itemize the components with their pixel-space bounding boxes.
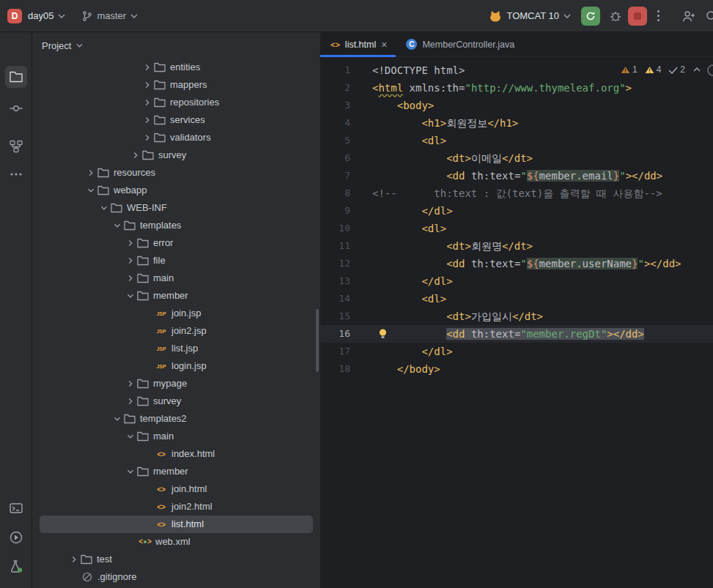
tree-row-survey[interactable]: survey bbox=[40, 146, 313, 164]
stop-button[interactable] bbox=[628, 7, 647, 26]
tree-row-join2-html[interactable]: join2.html bbox=[40, 498, 313, 516]
chevron-collapsed-icon[interactable] bbox=[125, 272, 136, 284]
chevron-expanded-icon[interactable] bbox=[111, 413, 123, 425]
line-number[interactable]: 6 bbox=[320, 149, 350, 167]
weak-warning-indicator[interactable]: 2 bbox=[668, 64, 685, 75]
panel-scrollbar[interactable] bbox=[316, 309, 319, 372]
tab-membercontroller-java[interactable]: MemberController.java bbox=[396, 32, 528, 56]
error-indicator[interactable]: 1 bbox=[621, 64, 638, 75]
code-line-5[interactable]: 5 <dl> bbox=[320, 132, 713, 149]
chevron-collapsed-icon[interactable] bbox=[85, 167, 97, 179]
intention-bulb-icon[interactable] bbox=[378, 328, 388, 340]
chevron-expanded-icon[interactable] bbox=[111, 220, 123, 231]
chevron-expanded-icon[interactable] bbox=[125, 431, 136, 442]
code-line-4[interactable]: 4 <h1>회원정보</h1> bbox=[320, 114, 713, 132]
more-tools-button[interactable] bbox=[5, 163, 27, 185]
chevron-collapsed-icon[interactable] bbox=[125, 255, 136, 267]
terminal-tool-button[interactable] bbox=[5, 497, 27, 519]
commit-tool-button[interactable] bbox=[5, 97, 27, 119]
code-line-14[interactable]: 14 <dl> bbox=[320, 290, 713, 308]
chevron-expanded-icon[interactable] bbox=[85, 185, 97, 196]
tree-row-services[interactable]: services bbox=[40, 111, 313, 129]
line-number[interactable]: 7 bbox=[320, 167, 350, 185]
tree-row-templates2[interactable]: templates2 bbox=[40, 410, 313, 428]
tree-row-web-inf[interactable]: WEB-INF bbox=[40, 199, 313, 217]
line-number[interactable]: 15 bbox=[320, 308, 350, 325]
line-number[interactable]: 8 bbox=[320, 185, 350, 202]
tree-row-index-html[interactable]: index.html bbox=[40, 445, 313, 463]
code-area[interactable]: 1<!DOCTYPE html>2<html xmlns:th="http://… bbox=[320, 58, 713, 588]
line-number[interactable]: 16 bbox=[320, 325, 350, 343]
tree-row-survey[interactable]: survey bbox=[40, 392, 313, 410]
tree-row-main[interactable]: main bbox=[40, 269, 313, 287]
chevron-collapsed-icon[interactable] bbox=[125, 237, 136, 249]
line-number[interactable]: 2 bbox=[320, 79, 350, 97]
chevron-collapsed-icon[interactable] bbox=[68, 554, 80, 565]
tree-row-templates[interactable]: templates bbox=[40, 217, 313, 234]
tree-row-web-xml[interactable]: web.xml bbox=[40, 533, 313, 551]
line-number[interactable]: 11 bbox=[320, 237, 350, 255]
tree-row-member[interactable]: member bbox=[40, 463, 313, 480]
chevron-expanded-icon[interactable] bbox=[98, 202, 110, 214]
tree-row-mypage[interactable]: mypage bbox=[40, 375, 313, 392]
close-tab-icon[interactable] bbox=[381, 39, 387, 51]
tree-row-join-jsp[interactable]: join.jsp bbox=[40, 305, 313, 322]
chevron-collapsed-icon[interactable] bbox=[130, 149, 141, 161]
chevron-expanded-icon[interactable] bbox=[125, 290, 136, 302]
tree-row-repositories[interactable]: repositories bbox=[40, 94, 313, 111]
chevron-collapsed-icon[interactable] bbox=[141, 79, 153, 91]
tree-row-resources[interactable]: resources bbox=[40, 164, 313, 182]
tree-row-file[interactable]: file bbox=[40, 252, 313, 269]
line-number[interactable]: 14 bbox=[320, 290, 350, 308]
code-line-15[interactable]: 15 <dt>가입일시</dt> bbox=[320, 308, 713, 325]
code-line-16[interactable]: 16 <dd th:text="member.regDt"></dd> bbox=[320, 325, 713, 343]
code-line-18[interactable]: 18 </body> bbox=[320, 360, 713, 378]
debug-button[interactable] bbox=[609, 10, 622, 23]
tree-row--gitignore[interactable]: .gitignore bbox=[40, 568, 313, 586]
line-number[interactable]: 12 bbox=[320, 255, 350, 272]
line-number[interactable]: 9 bbox=[320, 202, 350, 220]
tree-row-webapp[interactable]: webapp bbox=[40, 182, 313, 199]
line-number[interactable]: 4 bbox=[320, 114, 350, 132]
tree-row-validators[interactable]: validators bbox=[40, 129, 313, 146]
tree-row-mappers[interactable]: mappers bbox=[40, 76, 313, 94]
services-tool-button[interactable] bbox=[5, 526, 27, 548]
tree-row-list-jsp[interactable]: list.jsp bbox=[40, 340, 313, 357]
code-line-7[interactable]: 7 <dd th:text="${member.email}"></dd> bbox=[320, 167, 713, 185]
tab-list-html[interactable]: list.html bbox=[320, 32, 396, 56]
inspections-widget[interactable]: 1 4 2 bbox=[621, 64, 701, 75]
project-selector[interactable]: day05 bbox=[28, 10, 53, 21]
tree-row-join-html[interactable]: join.html bbox=[40, 480, 313, 498]
chevron-expanded-icon[interactable] bbox=[125, 466, 136, 477]
code-line-8[interactable]: 8<!-- th:text : 값(text)을 출력할 때 사용함--> bbox=[320, 185, 713, 202]
branch-selector[interactable]: master bbox=[97, 10, 126, 21]
tree-row-join2-jsp[interactable]: join2.jsp bbox=[40, 322, 313, 340]
tree-row-test[interactable]: test bbox=[40, 551, 313, 568]
tree-row-member[interactable]: member bbox=[40, 287, 313, 305]
more-actions-button[interactable] bbox=[657, 10, 660, 23]
code-line-10[interactable]: 10 <dl> bbox=[320, 220, 713, 237]
chevron-collapsed-icon[interactable] bbox=[125, 395, 136, 407]
code-line-3[interactable]: 3 <body> bbox=[320, 97, 713, 114]
project-tool-button[interactable] bbox=[5, 66, 27, 88]
tree-row-error[interactable]: error bbox=[40, 234, 313, 252]
chevron-collapsed-icon[interactable] bbox=[141, 62, 153, 73]
line-number[interactable]: 1 bbox=[320, 62, 350, 79]
chevron-collapsed-icon[interactable] bbox=[125, 378, 136, 390]
line-number[interactable]: 13 bbox=[320, 272, 350, 290]
search-button[interactable] bbox=[705, 10, 713, 23]
chevron-collapsed-icon[interactable] bbox=[141, 114, 153, 126]
code-line-6[interactable]: 6 <dt>이메일</dt> bbox=[320, 149, 713, 167]
tree-row-main[interactable]: main bbox=[40, 428, 313, 445]
code-line-2[interactable]: 2<html xmlns:th="http://www.thymeleaf.or… bbox=[320, 79, 713, 97]
structure-tool-button[interactable] bbox=[5, 135, 27, 157]
collapse-inspections-icon[interactable] bbox=[692, 67, 701, 72]
chevron-collapsed-icon[interactable] bbox=[141, 97, 153, 108]
code-line-9[interactable]: 9 </dl> bbox=[320, 202, 713, 220]
line-number[interactable]: 10 bbox=[320, 220, 350, 237]
build-tool-button[interactable] bbox=[5, 584, 27, 588]
line-number[interactable]: 3 bbox=[320, 97, 350, 114]
line-number[interactable]: 18 bbox=[320, 360, 350, 378]
warning-indicator[interactable]: 4 bbox=[645, 64, 662, 75]
project-panel-title[interactable]: Project bbox=[42, 40, 71, 51]
